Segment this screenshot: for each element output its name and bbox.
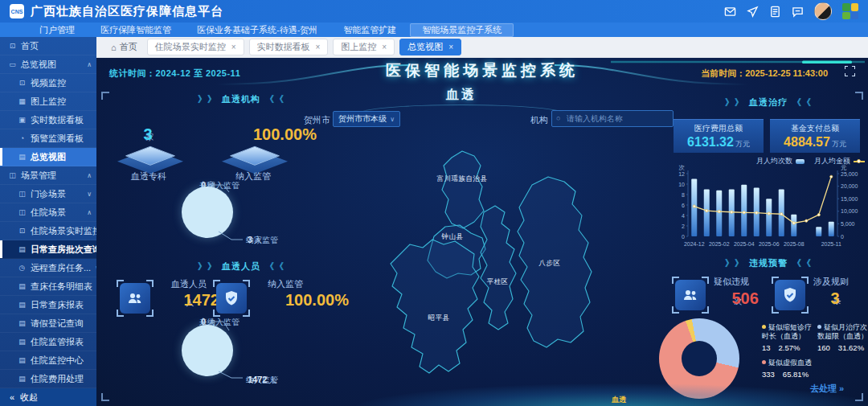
- sidebar-item[interactable]: ▭总览视图∧: [0, 55, 96, 74]
- sidebar-item[interactable]: ⊡首页: [0, 37, 96, 55]
- cns-logo: CNS: [10, 4, 24, 18]
- dashboard: 统计时间：2024-12 至 2025-11 医保智能场景监控系统 当前时间：2…: [96, 58, 868, 406]
- nav-item[interactable]: 智能场景监控子系统: [410, 23, 514, 37]
- sidebar-item[interactable]: ▤住院监控中心: [0, 351, 96, 370]
- doc-icon: ▤: [18, 319, 27, 327]
- caret-down-icon: ∨: [87, 191, 92, 198]
- sidebar-item[interactable]: ▤日常查床报表: [0, 296, 96, 314]
- svg-text:10: 10: [678, 182, 685, 187]
- fullscreen-icon[interactable]: [845, 66, 855, 76]
- caret-up-icon: ∧: [87, 209, 92, 216]
- person-pie-chart: [182, 325, 233, 376]
- sidebar-item-label: 总览视图: [31, 151, 66, 163]
- sidebar-item[interactable]: ⊡住院场景实时监控: [0, 222, 96, 240]
- tab-close-icon[interactable]: ×: [231, 43, 236, 51]
- sidebar-item-label: 场景管理: [21, 170, 56, 182]
- mail-icon[interactable]: [724, 6, 736, 18]
- warn-panel-header: 》》违规预警《《: [669, 257, 868, 269]
- tab-close-icon[interactable]: ×: [316, 43, 321, 51]
- corner-bracket: [855, 92, 863, 100]
- sidebar-item[interactable]: ▤住院费用处理: [0, 370, 96, 388]
- svg-text:2025-06: 2025-06: [759, 241, 780, 247]
- tab[interactable]: 总览视图×: [399, 39, 461, 55]
- dashboard-title: 医保智能场景监控系统: [386, 60, 579, 81]
- doc-icon: ▤: [18, 356, 27, 364]
- tab[interactable]: 图上监控×: [333, 39, 395, 55]
- doc-icon: ▤: [18, 375, 27, 383]
- sidebar-item-label: 住院场景: [31, 207, 66, 219]
- sidebar-item[interactable]: ▤住院监管报表: [0, 333, 96, 351]
- district-label: 富川瑶族自治县: [437, 174, 488, 182]
- platform-title: 广西壮族自治区医疗保障信息平台: [31, 4, 223, 19]
- nav-item[interactable]: 医保业务基础子系统-待遇-贺州: [185, 23, 330, 37]
- clock-icon: ◷: [18, 264, 27, 272]
- tabbar: ⌂首页住院场景实时监控×实时数据看板×图上监控×总览视图×: [96, 37, 868, 58]
- person-ratio-label: 纳入监管: [251, 278, 320, 290]
- nav-item[interactable]: 门户管理: [27, 23, 87, 37]
- user-avatar[interactable]: [814, 2, 832, 20]
- svg-text:10,000: 10,000: [841, 208, 858, 214]
- sidebar-item-label: 日常查床报表: [31, 299, 84, 311]
- sidebar-item[interactable]: ◫场景管理∧: [0, 166, 96, 185]
- legend-item[interactable]: 疑似月治疗次数超限（血透）16031.62%: [817, 323, 868, 352]
- sidebar-collapse-button[interactable]: « 收起: [0, 388, 96, 406]
- sidebar-items: ⊡首页▭总览视图∧⊡视频监控▦图上监控▣实时数据看板◔预警监测看板▤总览视图◫场…: [0, 37, 96, 388]
- sidebar-item[interactable]: ◫住院场景∧: [0, 203, 96, 222]
- svg-text:0: 0: [841, 234, 844, 240]
- legend-dot: [762, 360, 766, 364]
- document-icon[interactable]: [769, 6, 781, 18]
- chat-icon[interactable]: [792, 6, 804, 18]
- legend-item[interactable]: 疑似缩短诊疗时长（血透）132.57%: [762, 323, 813, 352]
- image-icon: ▦: [18, 97, 27, 105]
- send-icon[interactable]: [747, 6, 759, 18]
- svg-text:2025-08: 2025-08: [784, 241, 805, 247]
- district-fuchuan: [442, 151, 484, 228]
- sidebar-item-label: 远程查房任务...: [31, 262, 91, 274]
- svg-text:2025-11: 2025-11: [821, 241, 841, 247]
- sidebar-item[interactable]: ▤请假登记查询: [0, 314, 96, 333]
- person-pie-in-label: 纳入监管1472人: [246, 375, 268, 384]
- tab-home[interactable]: ⌂首页: [106, 41, 142, 53]
- sidebar-item[interactable]: ◔预警监测看板: [0, 129, 96, 148]
- sidebar-item[interactable]: ⊡视频监控: [0, 74, 96, 92]
- hezhou-map[interactable]: 富川瑶族自治县 钟山县 平桂区 八步区 昭平县: [362, 116, 659, 401]
- doc-icon: ▤: [18, 245, 27, 253]
- person-panel-header: 》》血透人员《《: [141, 260, 342, 273]
- donut-hole: [682, 341, 717, 376]
- svg-text:12: 12: [678, 171, 685, 177]
- suspect-count-value: 506次: [701, 289, 773, 308]
- svg-text:6: 6: [682, 203, 685, 208]
- sidebar-item[interactable]: ▦图上监控: [0, 92, 96, 111]
- nav-item[interactable]: 医疗保障智能监管: [88, 23, 183, 37]
- sidebar-item[interactable]: ▤总览视图: [0, 148, 96, 166]
- fund-pay-card: 基金支付总额 4884.57万元: [770, 119, 860, 153]
- sidebar-item[interactable]: ▤日常查房批次查询: [0, 240, 96, 259]
- sidebar-item[interactable]: ◫门诊场景∨: [0, 185, 96, 203]
- city-label: 贺州市: [304, 114, 330, 126]
- district-label: 平桂区: [487, 277, 509, 285]
- svg-text:8: 8: [682, 192, 685, 198]
- app-switcher-logo[interactable]: [842, 3, 858, 19]
- sidebar-item[interactable]: ▣实时数据看板: [0, 111, 96, 129]
- caret-up-icon: ∧: [87, 172, 92, 179]
- org-pie-out-label: 未纳入监管0家: [114, 180, 207, 190]
- navbar: 门户管理医疗保障智能监管医保业务基础子系统-待遇-贺州智能监管扩建智能场景监控子…: [0, 23, 868, 37]
- rule-count-label: 涉及规则: [813, 276, 849, 288]
- district-label: 钟山县: [441, 232, 464, 240]
- tab-close-icon[interactable]: ×: [448, 43, 453, 51]
- svg-text:5,000: 5,000: [841, 221, 855, 227]
- tab-close-icon[interactable]: ×: [382, 43, 387, 51]
- svg-text:2024-12: 2024-12: [684, 241, 705, 247]
- home-icon: ⌂: [111, 43, 117, 52]
- legend-item[interactable]: 疑似虚假血透33365.81%: [762, 359, 813, 379]
- sidebar-item[interactable]: ◷远程查房任务...∨: [0, 259, 96, 277]
- tab[interactable]: 住院场景实时监控×: [147, 39, 244, 55]
- legend-dot: [817, 325, 821, 329]
- sidebar-item[interactable]: ▤查床任务明细表: [0, 277, 96, 296]
- sidebar-item-label: 住院费用处理: [31, 373, 84, 385]
- tab[interactable]: 实时数据看板×: [249, 39, 329, 55]
- org-pie-chart: [182, 187, 233, 238]
- nav-item[interactable]: 智能监管扩建: [331, 23, 408, 37]
- district-label: 八步区: [538, 259, 561, 267]
- corner-bracket: [101, 92, 109, 100]
